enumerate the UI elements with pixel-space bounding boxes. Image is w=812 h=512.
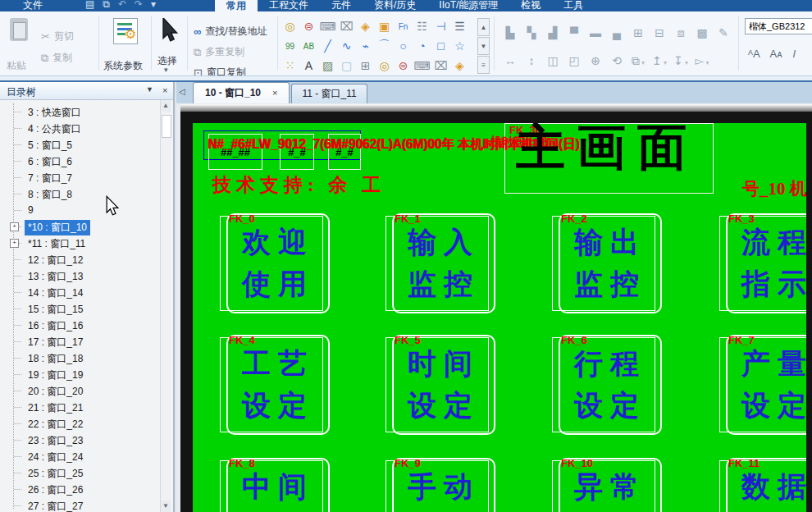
palette-scroll-up-icon[interactable]: ▲: [477, 18, 490, 36]
tree-item[interactable]: 27 : 窗口_27: [0, 497, 173, 512]
font-enlarge-icon[interactable]: ᴬA: [748, 48, 760, 61]
tab-home[interactable]: 常用: [215, 0, 258, 11]
align-top-icon[interactable]: ▀: [566, 26, 582, 40]
ungroup-icon[interactable]: ▩: [694, 26, 710, 40]
tree-item[interactable]: 26 : 窗口_26: [0, 481, 173, 497]
tree-item[interactable]: 23 : 窗口_23: [0, 432, 173, 448]
panel-collapse-icon[interactable]: ▼: [146, 85, 153, 94]
pin-icon[interactable]: ✎: [715, 26, 732, 40]
tree-expander-icon[interactable]: +: [10, 239, 19, 248]
tree-item[interactable]: 9: [0, 202, 173, 218]
recipe-icon[interactable]: ☷: [413, 16, 431, 36]
dropdown-icon[interactable]: ▾: [640, 59, 645, 66]
tree-expander-icon[interactable]: +: [10, 222, 19, 231]
function-key-icon[interactable]: Fn: [394, 16, 413, 36]
tree-item[interactable]: +*11 : 窗口_11: [0, 235, 173, 251]
quick-access-dropdown-icon[interactable]: ▾: [151, 0, 156, 11]
distribute-vertical-icon[interactable]: ⊟: [651, 26, 668, 40]
preview-window-icon[interactable]: ⧉: [103, 0, 110, 11]
function-key-button[interactable]: FK_2输出监控: [552, 213, 662, 313]
tree-item[interactable]: 14 : 窗口_14: [0, 284, 173, 300]
polyline-icon[interactable]: ⌁: [356, 36, 375, 56]
select-dropdown-icon[interactable]: ▾: [164, 66, 168, 74]
align-right-icon[interactable]: ▟: [545, 26, 561, 40]
freeform-icon[interactable]: ∿: [337, 36, 356, 56]
screen-title-text[interactable]: 主画面: [516, 123, 698, 181]
send-back-icon[interactable]: ↧ ▾: [673, 54, 689, 68]
rotate-icon[interactable]: ⟲: [609, 54, 625, 68]
rectangle-icon[interactable]: □: [431, 36, 450, 56]
filled-rect-icon[interactable]: ▢: [337, 56, 356, 75]
table-icon[interactable]: ⊞: [356, 56, 375, 75]
same-size-icon[interactable]: ◫: [545, 54, 561, 68]
function-key-button[interactable]: FK_11数据存取: [719, 458, 806, 512]
support-text[interactable]: 技术支持: 余 工: [212, 172, 385, 198]
undo-icon[interactable]: ↶: [118, 0, 126, 11]
same-width-icon[interactable]: ↔: [502, 54, 518, 68]
tree-item[interactable]: 16 : 窗口_16: [0, 317, 173, 333]
tree-scroll-thumb[interactable]: [162, 115, 171, 138]
tree-scroll-up-icon[interactable]: ▲: [161, 100, 171, 112]
dropdown-icon[interactable]: ▾: [683, 59, 688, 66]
machine-number-text[interactable]: 号_10 机: [742, 177, 806, 200]
tree-scrollbar[interactable]: ▲ ▼: [160, 100, 171, 512]
align-bottom-icon[interactable]: ▄: [609, 26, 625, 40]
font-shrink-icon[interactable]: Aᴀ: [770, 48, 782, 61]
tab-data-history[interactable]: 资料/历史: [363, 0, 427, 11]
align-left-icon[interactable]: ▙: [502, 26, 518, 40]
align-center-h-icon[interactable]: ▚: [523, 26, 540, 40]
tab-project-files[interactable]: 工程文件: [258, 0, 320, 11]
hex-keypad-icon[interactable]: ⌨: [318, 16, 337, 36]
tree-item[interactable]: 24 : 窗口_24: [0, 448, 173, 464]
arc-icon[interactable]: ⌒: [375, 36, 394, 56]
font-family-combobox[interactable]: 楷体_GB2312: [745, 18, 812, 34]
function-switch-icon[interactable]: ◈: [356, 16, 375, 36]
file-menu[interactable]: 文件: [23, 0, 43, 11]
tree-item[interactable]: 19 : 窗口_19: [0, 366, 173, 382]
tab-close-icon[interactable]: ×: [272, 88, 277, 98]
numeric-display-icon[interactable]: 99: [281, 36, 299, 56]
tree-item[interactable]: 5 : 窗口_5: [0, 136, 173, 153]
bit-lamp-icon[interactable]: ◎: [281, 16, 299, 36]
tree-item[interactable]: 7 : 窗口_7: [0, 169, 173, 185]
function-key-button[interactable]: FK_7产量设定: [719, 335, 806, 435]
same-height-icon[interactable]: ↕: [523, 54, 540, 68]
bit-lamp-2-icon[interactable]: ◎: [375, 56, 394, 75]
cut-button[interactable]: ✂ 剪切: [41, 30, 74, 43]
align-middle-icon[interactable]: ▬: [587, 26, 604, 40]
tab-scroll-left-icon[interactable]: ◁: [179, 87, 185, 96]
flip-icon[interactable]: ▻ ▾: [694, 54, 710, 68]
select-cursor-icon[interactable]: [161, 18, 179, 43]
function-key-button[interactable]: FK_1输入监控: [385, 213, 495, 313]
star-icon[interactable]: ☆: [450, 36, 469, 56]
item-list-icon[interactable]: ☰: [450, 16, 469, 36]
slider-icon[interactable]: ⊣: [431, 16, 450, 36]
function-key-button[interactable]: FK_9手动测试: [385, 458, 495, 512]
tree-item[interactable]: 4 : 公共窗口: [0, 120, 173, 136]
tree-item[interactable]: 15 : 窗口_15: [0, 300, 173, 317]
order-icon[interactable]: ⧉ ▾: [630, 54, 646, 68]
tab-iiot-energy[interactable]: IIoT/能源管理: [427, 0, 509, 11]
design-canvas[interactable]: ##_###_##_# N#_#6#LW_9012_7(6M#9062(L)A(…: [193, 123, 806, 512]
text-display-icon[interactable]: AB: [299, 36, 318, 56]
window-copy-button[interactable]: ⊡ 窗口复制: [194, 66, 246, 75]
dropdown-icon[interactable]: ▾: [662, 59, 667, 66]
function-key-button[interactable]: FK_8中间启动: [220, 458, 330, 512]
tab-components[interactable]: 元件: [320, 0, 363, 11]
picture-icon[interactable]: ▨: [318, 56, 337, 75]
tree-item[interactable]: 13 : 窗口_13: [0, 267, 173, 284]
palette-more-icon[interactable]: ≡: [477, 56, 490, 74]
find-replace-address-button[interactable]: ∞ 查找/替换地址: [194, 25, 267, 39]
italic-icon[interactable]: 𝘐: [792, 48, 795, 61]
circle-icon[interactable]: ○: [394, 36, 413, 56]
word-lamp-2-icon[interactable]: ⊜: [394, 56, 413, 75]
function-switch-2-icon[interactable]: ◈: [450, 56, 469, 75]
paste-icon[interactable]: [10, 18, 28, 41]
enlarge-icon[interactable]: ⊕: [587, 54, 604, 68]
tab-view[interactable]: 检视: [509, 0, 552, 11]
stretch-icon[interactable]: ◰: [566, 54, 582, 68]
tree-item[interactable]: +*10 : 窗口_10: [0, 218, 173, 235]
group-icon[interactable]: ⧈: [673, 26, 689, 40]
line-icon[interactable]: ╱: [318, 36, 337, 56]
tree-scroll-down-icon[interactable]: ▼: [161, 501, 171, 512]
